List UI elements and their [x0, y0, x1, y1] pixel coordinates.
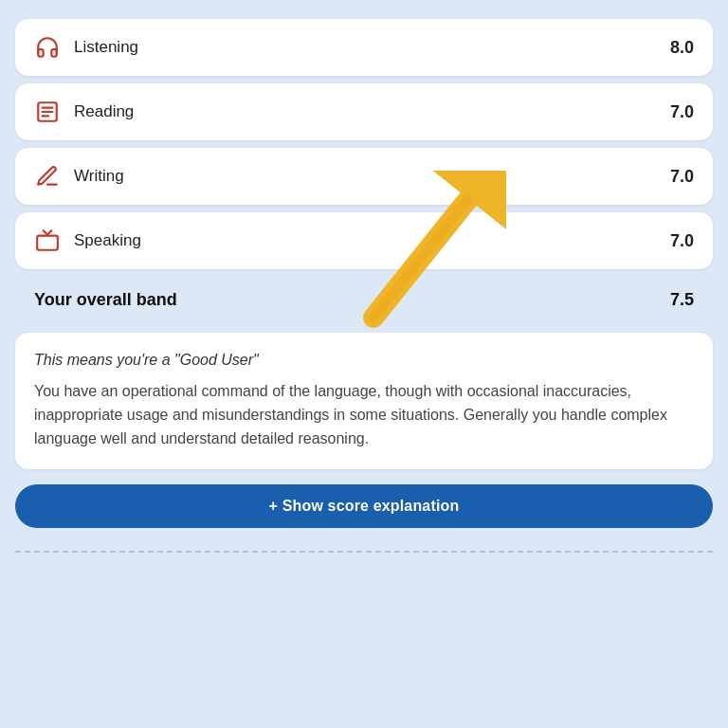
- svg-rect-4: [37, 236, 58, 250]
- description-card: This means you're a "Good User" You have…: [15, 333, 713, 469]
- speaking-row: Speaking 7.0: [15, 212, 713, 269]
- speaking-score: 7.0: [670, 231, 694, 251]
- listening-left: Listening: [34, 34, 138, 61]
- listening-icon: [34, 34, 61, 61]
- reading-row: Reading 7.0: [15, 83, 713, 140]
- writing-label: Writing: [74, 167, 124, 186]
- reading-icon: [34, 99, 61, 125]
- main-container: Listening 8.0 Reading 7.0: [15, 19, 713, 553]
- writing-score: 7.0: [670, 167, 694, 187]
- speaking-label: Speaking: [74, 231, 141, 250]
- overall-row: Your overall band 7.5: [15, 277, 713, 323]
- speaking-left: Speaking: [34, 228, 141, 254]
- listening-row: Listening 8.0: [15, 19, 713, 76]
- bottom-divider: [15, 551, 713, 553]
- overall-label: Your overall band: [34, 290, 177, 310]
- overall-score: 7.5: [670, 290, 694, 310]
- writing-icon: [34, 163, 61, 190]
- speaking-icon: [34, 228, 61, 254]
- reading-left: Reading: [34, 99, 134, 125]
- writing-row: Writing 7.0: [15, 148, 713, 205]
- reading-score: 7.0: [670, 102, 694, 122]
- show-score-button[interactable]: + Show score explanation: [15, 484, 713, 528]
- listening-label: Listening: [74, 38, 138, 57]
- description-text: You have an operational command of the l…: [34, 380, 694, 450]
- writing-left: Writing: [34, 163, 124, 190]
- description-title: This means you're a "Good User": [34, 352, 694, 369]
- reading-label: Reading: [74, 102, 134, 121]
- listening-score: 8.0: [670, 38, 694, 58]
